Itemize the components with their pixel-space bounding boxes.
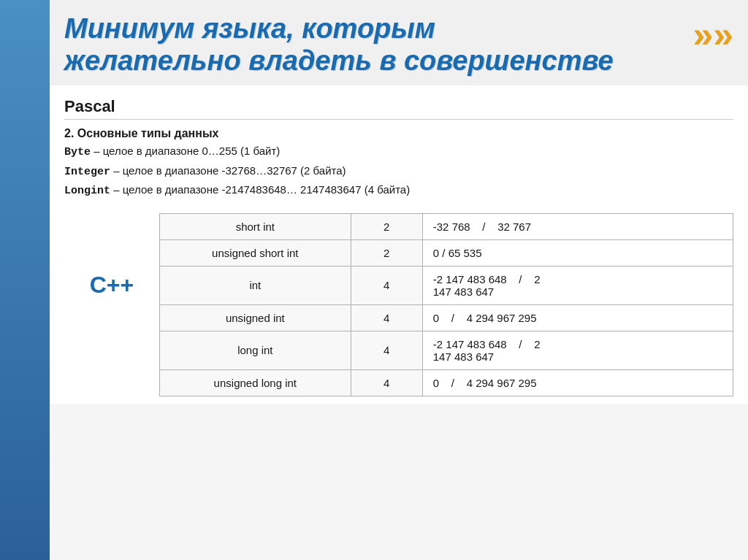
table-cell-type: long int	[160, 331, 351, 369]
table-cell-range: -2 147 483 648 / 2147 483 647	[422, 331, 733, 369]
table-cell-type: unsigned long int	[160, 369, 351, 396]
table-cell-range: -2 147 483 648 / 2147 483 647	[422, 266, 733, 304]
cpp-section: C++ short int 2 -32 768 / 32 767 unsigne…	[64, 213, 733, 396]
type-byte-name: Byte	[64, 146, 91, 158]
table-row: long int 4 -2 147 483 648 / 2147 483 647	[160, 331, 733, 369]
pascal-label: Pascal	[64, 97, 733, 120]
table-cell-type: short int	[160, 213, 351, 239]
table-cell-size: 4	[351, 266, 422, 304]
table-row: unsigned int 4 0 / 4 294 967 295	[160, 304, 733, 331]
left-sidebar	[0, 0, 50, 560]
table-cell-type: unsigned int	[160, 304, 351, 331]
title-line1: Минимум языка, которым	[64, 13, 435, 44]
table-cell-range: -32 768 / 32 767	[422, 213, 733, 239]
table-cell-range: 0 / 65 535	[422, 239, 733, 266]
type-integer-desc: – целое в диапазоне -32768…32767 (2 байт…	[110, 164, 346, 177]
table-cell-size: 4	[351, 331, 422, 369]
type-integer-name: Integer	[64, 166, 110, 178]
cpp-types-table: short int 2 -32 768 / 32 767 unsigned sh…	[159, 213, 733, 396]
type-byte-line: Byte – целое в диапазоне 0…255 (1 байт)	[64, 143, 733, 161]
table-row: unsigned long int 4 0 / 4 294 967 295	[160, 369, 733, 396]
table-cell-size: 4	[351, 304, 422, 331]
table-cell-range: 0 / 4 294 967 295	[422, 304, 733, 331]
table-cell-size: 2	[351, 213, 422, 239]
title-line2: желательно владеть в совершенстве	[64, 45, 614, 76]
table-cell-size: 2	[351, 239, 422, 266]
type-byte-desc: – целое в диапазоне 0…255 (1 байт)	[91, 145, 280, 157]
table-row: unsigned short int 2 0 / 65 535	[160, 239, 733, 266]
type-longint-line: Longint – целое в диапазоне -2147483648……	[64, 182, 733, 200]
chevron-icon: »»	[692, 16, 733, 53]
type-longint-desc: – целое в диапазоне -2147483648… 2147483…	[110, 183, 410, 196]
table-cell-range: 0 / 4 294 967 295	[422, 369, 733, 396]
table-row: int 4 -2 147 483 648 / 2147 483 647	[160, 266, 733, 304]
type-longint-name: Longint	[64, 185, 110, 197]
table-cell-type: unsigned short int	[160, 239, 351, 266]
page-title: Минимум языка, которым желательно владет…	[64, 13, 614, 77]
cpp-label: C++	[64, 213, 159, 299]
content-area: Pascal 2. Основные типы данных Byte – це…	[50, 85, 748, 404]
header-area: Минимум языка, которым желательно владет…	[50, 0, 748, 85]
table-cell-type: int	[160, 266, 351, 304]
type-integer-line: Integer – целое в диапазоне -32768…32767…	[64, 163, 733, 181]
main-content: Минимум языка, которым желательно владет…	[50, 0, 748, 560]
table-row: short int 2 -32 768 / 32 767	[160, 213, 733, 239]
table-cell-size: 4	[351, 369, 422, 396]
section-title: 2. Основные типы данных	[64, 127, 733, 140]
